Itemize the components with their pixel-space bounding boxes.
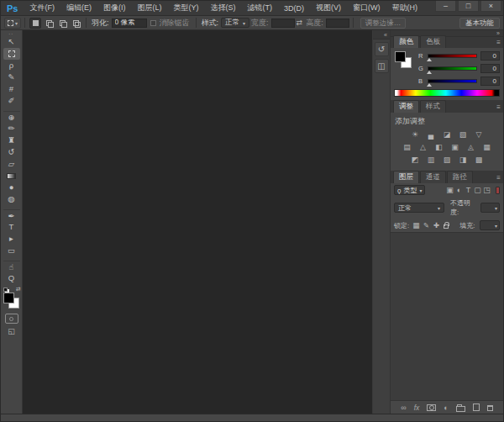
brightness-contrast-icon[interactable]: ☀ <box>408 129 422 140</box>
menu-select[interactable]: 选择(S) <box>204 1 241 15</box>
lock-transparency-icon[interactable]: ▦ <box>412 221 420 229</box>
layer-style-icon[interactable]: fx <box>414 403 420 413</box>
filter-adjustment-icon[interactable]: ◐ <box>454 186 464 194</box>
menu-edit[interactable]: 编辑(E) <box>60 1 97 15</box>
gradient-map-icon[interactable]: ◨ <box>456 155 470 165</box>
black-white-icon[interactable]: ◧ <box>433 142 446 152</box>
antialias-checkbox[interactable] <box>150 20 156 26</box>
layer-list[interactable] <box>391 232 503 401</box>
opacity-field[interactable]: ▾ <box>480 203 500 213</box>
filter-image-icon[interactable]: ▣ <box>445 186 454 194</box>
new-selection-mode[interactable] <box>29 18 41 29</box>
history-panel-icon[interactable]: ↺ <box>375 42 389 56</box>
quick-mask-button[interactable] <box>5 314 18 324</box>
fill-field[interactable]: ▾ <box>480 220 500 230</box>
canvas-area[interactable] <box>23 30 373 414</box>
channel-mixer-icon[interactable]: ◬ <box>465 142 478 152</box>
levels-icon[interactable]: ▄ <box>424 129 438 140</box>
tab-swatches[interactable]: 色板 <box>420 35 446 48</box>
color-lookup-icon[interactable]: ▦ <box>480 142 494 152</box>
blend-mode-select[interactable]: 正常 ▾ <box>394 203 444 213</box>
green-value-field[interactable]: 0 <box>480 64 500 73</box>
delete-layer-icon[interactable] <box>487 403 493 413</box>
color-spectrum-bar[interactable] <box>394 89 500 97</box>
feather-input[interactable] <box>112 18 147 28</box>
pen-tool[interactable]: ✒ <box>3 209 20 221</box>
spot-healing-brush-tool[interactable]: ⊕ <box>3 111 20 123</box>
filter-toggle-switch[interactable] <box>496 187 500 194</box>
filter-smart-object-icon[interactable]: ◳ <box>482 186 491 194</box>
menu-view[interactable]: 视图(V) <box>310 1 347 15</box>
new-group-icon[interactable] <box>456 403 465 413</box>
type-tool[interactable]: T <box>3 221 20 233</box>
lasso-tool[interactable]: ρ <box>3 60 20 71</box>
swap-colors-icon[interactable]: ⇄ <box>16 286 21 293</box>
selective-color-icon[interactable]: ▩ <box>472 155 486 165</box>
photo-filter-icon[interactable]: ▣ <box>449 142 462 152</box>
filter-type-icon[interactable]: T <box>464 186 473 194</box>
width-input[interactable] <box>271 18 295 28</box>
foreground-color-swatch[interactable] <box>3 293 14 303</box>
blue-slider[interactable] <box>428 79 477 83</box>
menu-image[interactable]: 图像(I) <box>97 1 132 15</box>
green-slider[interactable] <box>428 66 477 71</box>
tab-channels[interactable]: 通道 <box>420 171 446 183</box>
height-input[interactable] <box>326 18 349 28</box>
path-selection-tool[interactable]: ▸ <box>3 233 20 245</box>
tab-adjustments[interactable]: 调整 <box>393 100 419 113</box>
blur-tool[interactable]: ● <box>3 182 20 193</box>
new-layer-icon[interactable] <box>473 403 480 413</box>
lock-paint-icon[interactable]: ✎ <box>422 221 430 229</box>
screen-mode-button[interactable]: ◱ <box>8 327 15 335</box>
eraser-tool[interactable]: ▱ <box>3 158 20 170</box>
panel-menu-icon[interactable]: ≡ <box>496 174 501 182</box>
minimize-button[interactable]: – <box>435 1 456 12</box>
lock-position-icon[interactable]: ✚ <box>432 221 440 229</box>
menu-filter[interactable]: 滤镜(T) <box>241 1 278 15</box>
add-mask-icon[interactable] <box>427 403 436 413</box>
menu-help[interactable]: 帮助(H) <box>386 1 423 15</box>
new-adjustment-layer-icon[interactable]: ◐ <box>444 403 448 413</box>
brush-tool[interactable]: ✏ <box>3 123 20 135</box>
default-colors-icon[interactable] <box>3 287 8 292</box>
lock-all-icon[interactable] <box>442 221 450 229</box>
swap-dimensions-icon[interactable]: ⇄ <box>297 18 303 27</box>
invert-icon[interactable]: ◩ <box>408 155 422 165</box>
expand-dock-button[interactable]: « <box>373 30 390 40</box>
history-brush-tool[interactable]: ↺ <box>3 146 20 158</box>
maximize-button[interactable]: □ <box>458 1 479 12</box>
dodge-tool[interactable]: ◍ <box>3 193 20 205</box>
quick-selection-tool[interactable]: ✎ <box>3 71 20 83</box>
crop-tool[interactable]: # <box>3 83 20 95</box>
threshold-icon[interactable]: ▨ <box>440 155 454 165</box>
intersect-selection-mode[interactable] <box>70 18 81 29</box>
tab-color[interactable]: 颜色 <box>393 35 419 48</box>
curves-icon[interactable]: ◪ <box>440 129 454 140</box>
eyedropper-tool[interactable]: ✐ <box>3 95 20 107</box>
menu-window[interactable]: 窗口(W) <box>347 1 386 15</box>
clone-stamp-tool[interactable]: ♜ <box>3 135 20 146</box>
tab-paths[interactable]: 路径 <box>447 171 473 183</box>
menu-type[interactable]: 类型(Y) <box>167 1 204 15</box>
exposure-icon[interactable]: ▧ <box>456 129 470 140</box>
menu-3d[interactable]: 3D(D) <box>278 1 310 15</box>
refine-edge-button[interactable]: 调整边缘… <box>360 18 407 29</box>
red-slider[interactable] <box>428 54 477 58</box>
gradient-tool[interactable] <box>3 170 20 182</box>
color-balance-icon[interactable]: △ <box>417 142 430 152</box>
add-selection-mode[interactable] <box>43 18 55 29</box>
red-value-field[interactable]: 0 <box>480 51 500 61</box>
filter-shape-icon[interactable]: ▢ <box>473 186 482 194</box>
foreground-color-swatch[interactable] <box>395 51 406 62</box>
subtract-selection-mode[interactable] <box>56 18 68 29</box>
hand-tool[interactable]: ☝ <box>3 261 20 272</box>
close-button[interactable]: × <box>480 1 501 12</box>
menu-layer[interactable]: 图层(L) <box>131 1 167 15</box>
hue-saturation-icon[interactable]: ▤ <box>401 142 414 152</box>
filter-kind-select[interactable]: ϙ 类型 ▾ <box>394 185 425 195</box>
tab-styles[interactable]: 样式 <box>420 100 446 113</box>
tab-layers[interactable]: 图层 <box>393 171 419 183</box>
blue-value-field[interactable]: 0 <box>480 76 500 86</box>
properties-panel-icon[interactable]: ◫ <box>375 59 389 73</box>
rectangle-tool[interactable]: ▭ <box>3 245 20 256</box>
